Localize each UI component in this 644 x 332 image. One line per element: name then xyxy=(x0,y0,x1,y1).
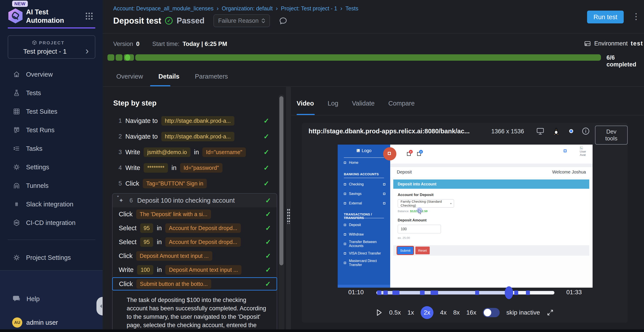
sidebar-item-overview[interactable]: Overview xyxy=(0,65,103,84)
step-locator-chip[interactable]: Tag="BUTTON" Sign in xyxy=(143,179,207,188)
progress-segment[interactable] xyxy=(108,54,114,61)
bank-nav-external[interactable]: External xyxy=(344,201,387,206)
bank-nav-visa-transfer[interactable]: VISA Direct Transfer xyxy=(344,251,387,256)
timeline-marker[interactable] xyxy=(377,290,381,295)
sidebar-item-project-settings[interactable]: Project Settings xyxy=(0,248,103,267)
info-icon[interactable]: i xyxy=(582,128,589,135)
deposit-amount-input[interactable]: 100 xyxy=(398,225,441,233)
sidebar-item-help[interactable]: ? Help xyxy=(0,290,103,308)
failure-reason-select[interactable]: Failure Reason xyxy=(214,14,270,27)
step-row[interactable]: 1 Navigate to http://stage.dbank.prod-a.… xyxy=(117,113,272,129)
bank-nav-transfer[interactable]: Transfer Between Accounts xyxy=(344,241,387,246)
bank-nav-checking[interactable]: Checking xyxy=(344,182,387,187)
user-menu[interactable]: AU admin user xyxy=(12,318,58,328)
step-value-chip[interactable]: ******** xyxy=(144,163,168,172)
substep-row[interactable]: Click Deposit Amount text input ... ✓ xyxy=(112,249,277,263)
speed-2x-active[interactable]: 2x xyxy=(421,306,434,319)
step-group-header[interactable]: ✦✦ 6 Deposit 100 into checking account ✓ xyxy=(112,194,277,207)
tab-log[interactable]: Log xyxy=(328,100,338,107)
grid-icon xyxy=(13,108,20,115)
sidebar-item-settings[interactable]: Settings xyxy=(0,158,103,176)
step-locator-chip[interactable]: Id="username" xyxy=(202,148,246,157)
speed-4x[interactable]: 4x xyxy=(440,309,447,316)
timeline-marker[interactable] xyxy=(526,290,530,295)
bank-nav-home[interactable]: Home xyxy=(344,160,387,165)
substep-row[interactable]: Click The 'Deposit' link with a si... ✓ xyxy=(112,207,277,221)
sidebar-item-cicd-integration[interactable]: CI-CD integration xyxy=(0,214,103,232)
step-value-chip[interactable]: http://stage.dbank.prod-a... xyxy=(161,132,234,141)
bank-submit-button[interactable]: Submit xyxy=(397,246,413,254)
step-row[interactable]: 3 Write jsmith@demo.io in Id="username" … xyxy=(117,144,272,160)
step-locator-chip[interactable]: Submit button at the botto... xyxy=(136,279,211,289)
steps-scrollbar-thumb[interactable] xyxy=(280,96,284,265)
app-switcher-icon[interactable] xyxy=(85,12,93,20)
substep-row-selected[interactable]: Click Submit button at the botto... ✓ xyxy=(112,277,277,290)
sidebar-item-tests[interactable]: Tests xyxy=(0,84,103,102)
project-selector[interactable]: PROJECT Test project - 1 › xyxy=(8,35,95,59)
speed-8x[interactable]: 8x xyxy=(453,309,460,316)
timeline-marker[interactable] xyxy=(514,290,518,295)
speed-0.5x[interactable]: 0.5x xyxy=(389,309,401,316)
progress-segment[interactable] xyxy=(116,54,122,61)
timeline-thumb[interactable] xyxy=(505,286,513,299)
fullscreen-icon[interactable] xyxy=(547,309,554,316)
timeline-track[interactable] xyxy=(376,291,554,294)
skip-inactive-toggle[interactable] xyxy=(483,308,500,317)
bank-nav-deposit[interactable]: Deposit xyxy=(344,222,387,228)
play-icon[interactable] xyxy=(376,309,382,316)
breadcrumb-account[interactable]: Account: Devspace_all_module_licenses xyxy=(113,5,214,12)
bank-section-title: TRANSACTIONS / TRANSFERS xyxy=(344,212,390,220)
step-locator-chip[interactable]: Account for Deposit dropd... xyxy=(165,224,241,233)
breadcrumb-tests[interactable]: Tests xyxy=(346,5,358,12)
sidebar-item-tasks[interactable]: Tasks xyxy=(0,139,103,158)
timeline-marker[interactable] xyxy=(475,290,479,295)
bank-nav-mastercard-transfer[interactable]: Mastercard Direct Transfer xyxy=(344,260,387,266)
breadcrumb-organization[interactable]: Organization: default xyxy=(222,5,273,12)
sidebar-collapse-handle[interactable] xyxy=(96,297,103,316)
bank-nav-savings[interactable]: Savings xyxy=(344,191,387,196)
step-locator-chip[interactable]: Id="password" xyxy=(180,163,222,172)
progress-segment[interactable] xyxy=(135,54,601,61)
timeline-marker[interactable] xyxy=(383,290,388,295)
timeline-marker[interactable] xyxy=(420,290,425,295)
step-value-chip[interactable]: http://stage.dbank.prod-a... xyxy=(161,116,234,126)
tab-parameters[interactable]: Parameters xyxy=(195,73,228,80)
step-value-chip[interactable]: jsmith@demo.io xyxy=(144,148,190,157)
substep-row[interactable]: Select 95 in Account for Deposit dropd..… xyxy=(112,235,277,249)
splitter-drag-handle-icon[interactable] xyxy=(287,208,290,224)
kebab-menu-icon[interactable]: ⋮ xyxy=(632,12,640,21)
step-locator-chip[interactable]: Deposit Amount text input ... xyxy=(165,265,242,274)
step-row[interactable]: 5 Click Tag="BUTTON" Sign in ✓ xyxy=(117,176,272,192)
step-value-chip[interactable]: 95 xyxy=(140,224,154,233)
timeline-marker[interactable] xyxy=(392,290,400,295)
sidebar-item-tunnels[interactable]: Tunnels xyxy=(0,176,103,195)
comment-icon[interactable] xyxy=(279,16,288,25)
account-for-deposit-select[interactable]: Family Checking (Standard Checking) ▾ xyxy=(398,199,454,208)
sidebar-item-test-runs[interactable]: Test Runs xyxy=(0,121,103,139)
run-test-button[interactable]: Run test xyxy=(587,10,624,24)
sidebar-item-slack-integration[interactable]: Slack integration xyxy=(0,195,103,214)
tab-details[interactable]: Details xyxy=(158,73,180,80)
substep-row[interactable]: Write 100 in Deposit Amount text input .… xyxy=(112,263,277,277)
bank-reset-button[interactable]: Reset xyxy=(415,246,430,254)
substep-row[interactable]: Select 95 in Account for Deposit dropd..… xyxy=(112,221,277,235)
bank-nav-withdraw[interactable]: Withdraw xyxy=(344,232,387,237)
step-row[interactable]: 2 Navigate to http://stage.dbank.prod-a.… xyxy=(117,129,272,144)
video-frame-screenshot[interactable]: Logo Home BANKING ACCOUNTS Checking Savi… xyxy=(338,144,592,288)
step-locator-chip[interactable]: Deposit Amount text input ... xyxy=(136,251,212,261)
step-locator-chip[interactable]: The 'Deposit' link with a si... xyxy=(136,210,211,219)
devtools-button[interactable]: Dev tools xyxy=(595,126,628,144)
sidebar-item-test-suites[interactable]: Test Suites xyxy=(0,102,103,121)
tab-compare[interactable]: Compare xyxy=(388,100,414,107)
step-value-chip[interactable]: 100 xyxy=(137,265,154,274)
tab-video[interactable]: Video xyxy=(296,100,314,107)
step-locator-chip[interactable]: Account for Deposit dropd... xyxy=(165,237,241,247)
speed-1x[interactable]: 1x xyxy=(408,309,414,316)
breadcrumb-project[interactable]: Project: Test project - 1 xyxy=(281,5,337,12)
speed-16x[interactable]: 16x xyxy=(466,309,476,316)
tab-overview[interactable]: Overview xyxy=(116,73,143,80)
step-row[interactable]: 4 Write ******** in Id="password" ✓ xyxy=(117,160,272,176)
tab-validate[interactable]: Validate xyxy=(352,100,375,107)
step-value-chip[interactable]: 95 xyxy=(140,237,154,247)
timeline-marker[interactable] xyxy=(430,290,438,295)
